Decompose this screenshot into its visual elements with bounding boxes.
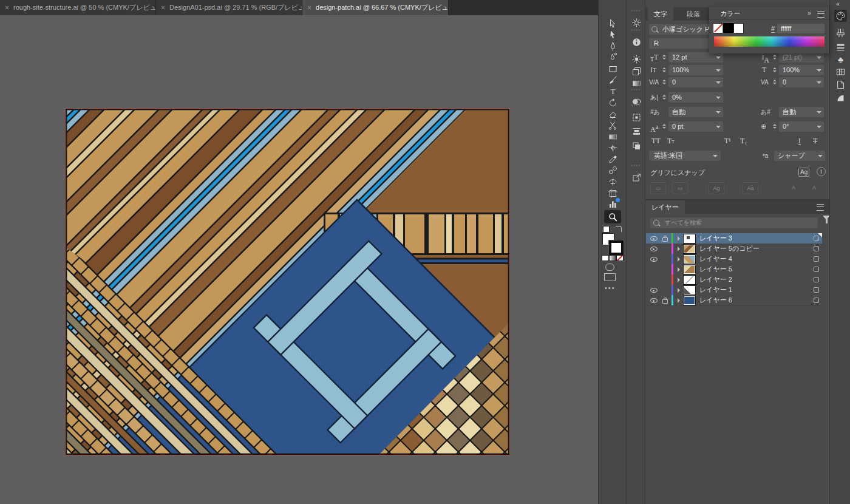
- layer-row[interactable]: レイヤー 5: [646, 264, 822, 275]
- rectangle-tool[interactable]: [607, 63, 619, 74]
- collapse-panel-icon[interactable]: »: [807, 9, 811, 16]
- layer-name[interactable]: レイヤー 1: [699, 285, 732, 295]
- libraries-panel-icon[interactable]: [834, 78, 847, 90]
- rotate-tool[interactable]: [607, 97, 619, 108]
- zoom-tool[interactable]: [604, 210, 621, 223]
- layers-search-input[interactable]: すべてを検索: [650, 217, 818, 228]
- layer-row[interactable]: レイヤー 2: [646, 274, 822, 285]
- tab-layers[interactable]: レイヤー: [645, 200, 685, 214]
- document-tab[interactable]: ×rough-site-structure.ai @ 50 % (CMYK/プレ…: [0, 0, 156, 15]
- blend-tool[interactable]: [607, 165, 619, 176]
- width-tool[interactable]: [607, 143, 619, 154]
- default-fill-stroke-icon[interactable]: [603, 226, 610, 233]
- snap-option-anchor-icon[interactable]: A: [807, 182, 821, 193]
- baseline-shift-field[interactable]: 0 pt: [668, 121, 723, 132]
- stroke-swatch[interactable]: [609, 240, 624, 255]
- artboard[interactable]: [65, 108, 510, 455]
- expand-chevron-icon[interactable]: [678, 298, 682, 303]
- layer-row[interactable]: レイヤー 5のコピー: [646, 243, 822, 254]
- snap-option-proximity-icon[interactable]: Aa: [743, 182, 758, 194]
- small-caps-button[interactable]: Tт: [667, 136, 675, 146]
- expand-chevron-icon[interactable]: [678, 288, 682, 293]
- curvature-tool[interactable]: [607, 52, 619, 63]
- font-size-field[interactable]: 12 pt: [668, 52, 723, 63]
- layer-row[interactable]: レイヤー 6: [646, 295, 822, 306]
- baseline-shift-stepper[interactable]: [662, 123, 667, 130]
- layer-name[interactable]: レイヤー 2: [699, 274, 732, 285]
- expand-chevron-icon[interactable]: [678, 247, 682, 251]
- layer-thumbnail[interactable]: [684, 245, 695, 253]
- tab-paragraph[interactable]: 段落: [681, 7, 706, 21]
- visibility-eye-icon[interactable]: [650, 247, 658, 251]
- target-circle-icon[interactable]: [814, 256, 819, 262]
- target-circle-icon[interactable]: [814, 277, 819, 282]
- gradient-tool[interactable]: [607, 131, 619, 142]
- strikethrough-button[interactable]: T: [813, 136, 817, 146]
- graph-tool[interactable]: [607, 199, 619, 210]
- hex-value-field[interactable]: ffffff: [777, 24, 824, 33]
- eyedropper-tool[interactable]: [607, 154, 619, 165]
- target-circle-icon[interactable]: [814, 287, 819, 293]
- lock-icon[interactable]: [662, 299, 668, 304]
- layer-name[interactable]: レイヤー 6: [699, 295, 732, 305]
- kerning-field[interactable]: 0: [668, 77, 723, 87]
- horizontal-scale-stepper[interactable]: [773, 66, 777, 73]
- layer-name[interactable]: レイヤー 3: [699, 233, 732, 243]
- drawing-modes-icon[interactable]: [605, 264, 614, 271]
- more-tools-icon[interactable]: •••: [605, 284, 616, 291]
- expand-chevron-icon[interactable]: [678, 257, 682, 262]
- expand-chevron-icon[interactable]: [678, 278, 682, 282]
- target-circle-icon[interactable]: [814, 246, 819, 251]
- swap-fill-stroke-icon[interactable]: [616, 226, 622, 232]
- stroke-panel-icon[interactable]: [834, 41, 847, 53]
- screen-mode-icon[interactable]: [604, 273, 616, 281]
- horizontal-scale-field[interactable]: 100%: [779, 65, 824, 75]
- visibility-eye-icon[interactable]: [650, 236, 658, 241]
- info-panel-icon[interactable]: [630, 36, 642, 47]
- visibility-eye-icon[interactable]: [650, 298, 658, 303]
- none-mode-button[interactable]: [616, 255, 624, 261]
- swatch-none[interactable]: [713, 23, 723, 33]
- snap-option-baseline-icon[interactable]: ▭: [650, 182, 666, 194]
- layer-thumbnail[interactable]: [684, 265, 695, 274]
- export-panel-icon[interactable]: [630, 172, 642, 183]
- tab-color[interactable]: カラー: [714, 7, 747, 19]
- visibility-eye-icon[interactable]: [650, 288, 658, 293]
- appearance-panel-icon[interactable]: [630, 53, 642, 64]
- swatches-panel-icon[interactable]: [834, 66, 847, 78]
- selection-tool[interactable]: [607, 18, 619, 29]
- language-select[interactable]: 英語:米国: [649, 151, 721, 161]
- layer-thumbnail[interactable]: [684, 234, 695, 243]
- layer-thumbnail[interactable]: [684, 255, 695, 264]
- underline-button[interactable]: I: [798, 136, 801, 146]
- target-circle-icon[interactable]: [814, 298, 819, 303]
- tab-close-icon[interactable]: ×: [307, 4, 311, 12]
- tsume-field[interactable]: 0%: [668, 92, 723, 103]
- tab-close-icon[interactable]: ×: [5, 4, 9, 12]
- document-tab[interactable]: ×DesignA01-psd.ai @ 29.71 % (RGB/プレビュー): [156, 0, 302, 15]
- pen-tool[interactable]: [607, 41, 619, 52]
- color-panel-menu-icon[interactable]: [817, 11, 824, 18]
- layer-row[interactable]: レイヤー 4: [646, 254, 822, 265]
- lock-icon[interactable]: [662, 237, 668, 242]
- all-caps-button[interactable]: TT: [651, 136, 661, 146]
- artboard-tool[interactable]: [607, 188, 619, 199]
- type-tool[interactable]: T: [607, 86, 619, 97]
- layer-row[interactable]: レイヤー 1: [646, 285, 822, 296]
- aki-left-field[interactable]: 自動: [668, 107, 723, 117]
- color-panel-icon[interactable]: [834, 10, 847, 22]
- tsume-stepper[interactable]: [662, 94, 667, 101]
- color-spectrum-bar[interactable]: [714, 36, 824, 47]
- snap-option-glyph-bounds-icon[interactable]: Ag: [709, 182, 724, 194]
- tab-close-icon[interactable]: ×: [161, 4, 165, 12]
- char-rotation-field[interactable]: 0°: [779, 121, 824, 132]
- expand-chevron-icon[interactable]: [678, 267, 682, 272]
- info-icon[interactable]: i: [817, 167, 826, 176]
- color-mode-button[interactable]: [602, 255, 609, 261]
- font-size-stepper[interactable]: [662, 53, 667, 61]
- layer-thumbnail[interactable]: [684, 296, 695, 305]
- vertical-scale-field[interactable]: 100%: [668, 65, 723, 75]
- subscript-button[interactable]: T₁: [740, 136, 747, 146]
- snap-option-angle-icon[interactable]: A: [786, 182, 801, 193]
- target-circle-icon[interactable]: [814, 236, 819, 241]
